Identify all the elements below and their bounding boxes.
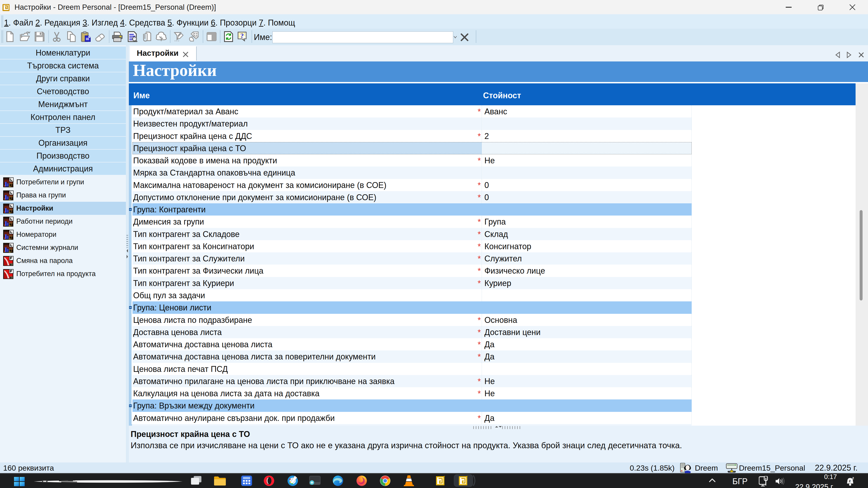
svg-text:?: ? <box>241 32 244 39</box>
svg-text:z: z <box>849 479 850 483</box>
svg-text:z: z <box>852 476 854 480</box>
